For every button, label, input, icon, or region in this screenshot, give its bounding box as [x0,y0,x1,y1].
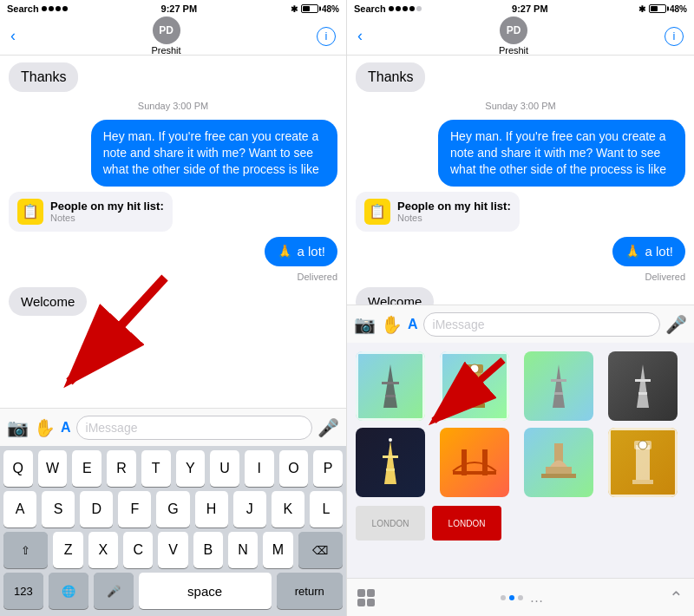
key-v[interactable]: V [158,532,187,568]
info-button-left[interactable]: i [317,27,336,46]
key-r[interactable]: R [107,450,136,487]
sticker-gate[interactable] [524,428,593,497]
camera-icon-right[interactable]: 📷 [354,314,376,335]
page-dot-2 [509,595,514,600]
note-icon-right: 📋 [364,199,390,225]
signal-dots-right [389,6,422,11]
nav-center-left: PD Preshit [151,16,180,56]
gate-svg [533,436,585,488]
touch-icon-left[interactable]: ✋ [34,417,56,438]
key-w[interactable]: W [38,450,68,487]
svg-marker-9 [553,364,565,408]
key-mic-bottom[interactable]: 🎤 [94,573,134,609]
svg-rect-11 [554,392,563,395]
apps-icon-right[interactable]: A [408,317,418,332]
note-card-right[interactable]: 📋 People on my hit list: Notes [356,192,520,232]
key-delete[interactable]: ⌫ [298,532,343,568]
sticker-eiffel-2[interactable] [524,351,593,421]
status-bar-left: Search 9:27 PM ✱ 48% [0,0,346,17]
key-o[interactable]: O [279,450,309,487]
key-d[interactable]: D [80,491,113,528]
imessage-input-left[interactable]: iMessage [76,416,312,440]
sticker-eiffel-night[interactable] [356,428,425,497]
touch-icon-right[interactable]: ✋ [381,314,403,335]
key-t[interactable]: T [141,450,171,487]
thanks-bubble-left: Thanks [9,62,78,92]
key-row-1: Q W E R T Y U I O P [0,446,346,487]
imessage-input-right[interactable]: iMessage [423,312,660,337]
sticker-partial-1[interactable]: LONDON [356,506,425,541]
sticker-partial-2[interactable]: LONDON [432,506,501,541]
status-right-left: ✱ 48% [291,4,339,14]
key-p[interactable]: P [313,450,343,487]
incoming-bubble-left: Welcome [9,287,87,316]
avatar-left[interactable]: PD [153,16,180,44]
key-b[interactable]: B [193,532,223,568]
signal-dot-3 [56,6,61,11]
camera-icon-left[interactable]: 📷 [7,417,29,438]
imessage-placeholder-right: iMessage [433,318,485,331]
key-h[interactable]: H [195,491,228,528]
sticker-bridge[interactable] [440,428,509,497]
sticker-bigben-2[interactable] [608,428,678,497]
key-i[interactable]: I [245,450,274,487]
key-k[interactable]: K [272,491,304,528]
nav-center-right: PD Preshit [499,16,528,56]
svg-rect-13 [635,379,651,382]
bluetooth-icon-left: ✱ [291,4,298,14]
apps-icon-left[interactable]: A [61,420,71,436]
key-a[interactable]: A [3,491,36,528]
sticker-bottom-bar: … ⌃ [347,578,694,616]
key-return[interactable]: return [277,573,343,609]
key-l[interactable]: L [310,491,343,528]
key-c[interactable]: C [123,532,153,568]
chevron-up-icon[interactable]: ⌃ [669,587,684,608]
input-bar-left: 📷 ✋ A iMessage 🎤 [0,408,346,446]
key-z[interactable]: Z [53,532,82,568]
key-q[interactable]: Q [3,450,33,487]
back-chevron-left: ‹ [10,27,16,45]
key-n[interactable]: N [228,532,258,568]
input-bar-right: 📷 ✋ A iMessage 🎤 [347,305,694,343]
key-shift[interactable]: ⇧ [3,532,48,568]
svg-rect-19 [453,471,496,475]
delivered-right: Delivered [645,272,685,282]
mic-icon-left[interactable]: 🎤 [318,417,339,438]
back-button-right[interactable]: ‹ [357,27,363,45]
key-s[interactable]: S [42,491,75,528]
key-e[interactable]: E [72,450,101,487]
key-j[interactable]: J [233,491,266,528]
back-chevron-right: ‹ [357,27,363,45]
mic-icon-right[interactable]: 🎤 [665,314,687,335]
svg-rect-24 [541,474,576,478]
svg-point-18 [389,438,392,442]
eiffel-svg-2 [533,360,585,412]
apps-grid-icon[interactable] [357,589,375,606]
sticker-paris[interactable] [356,351,425,421]
key-m[interactable]: M [263,532,292,568]
battery-fill-left [303,6,310,11]
page-dot-3 [518,595,523,600]
key-f[interactable]: F [118,491,151,528]
timestamp-left: Sunday 3:00 PM [9,101,337,111]
signal-dot-r4 [409,6,415,11]
time-left: 9:27 PM [161,3,198,14]
carrier-right: Search [354,3,386,14]
note-card-left[interactable]: 📋 People on my hit list: Notes [9,192,173,232]
avatar-right[interactable]: PD [500,16,527,44]
dots-more: … [530,590,544,606]
info-button-right[interactable]: i [665,27,684,46]
key-x[interactable]: X [88,532,118,568]
key-g[interactable]: G [156,491,189,528]
grid-cell-1 [357,589,365,597]
contact-name-right: Preshit [499,45,528,56]
back-button-left[interactable]: ‹ [10,27,16,45]
key-y[interactable]: Y [176,450,206,487]
key-u[interactable]: U [210,450,239,487]
key-space[interactable]: space [139,573,272,609]
key-globe[interactable]: 🌐 [49,573,88,609]
sticker-london[interactable] [440,351,509,421]
key-numbers[interactable]: 123 [3,573,43,609]
stamp-border-1 [356,351,425,421]
sticker-eiffel-dark[interactable] [608,351,678,421]
